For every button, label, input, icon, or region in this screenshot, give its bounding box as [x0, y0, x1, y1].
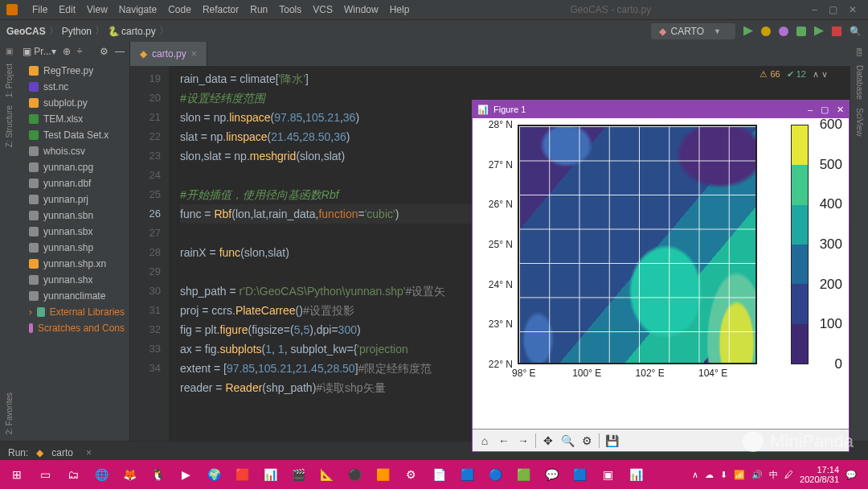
zoom-button[interactable]: 🔍	[559, 432, 576, 450]
play-icon[interactable]: ▶	[174, 463, 198, 486]
run-config-selector[interactable]: ◆ CARTO ▼	[651, 23, 736, 39]
file-yunnan.shp[interactable]: yunnan.shp	[18, 240, 129, 256]
file-yunnan.sbn[interactable]: yunnan.sbn	[18, 208, 129, 224]
tab-carto[interactable]: ◆ carto.py ×	[130, 42, 207, 66]
app-icon[interactable]: 🟧	[371, 463, 395, 486]
file-yunnanclimate[interactable]: yunnanclimate	[18, 288, 129, 304]
line-number[interactable]: 20	[130, 88, 161, 108]
cloud-icon[interactable]: ☁	[705, 470, 714, 480]
file-menu[interactable]: File	[32, 4, 47, 15]
app-icon[interactable]: 🟩	[511, 463, 535, 486]
file-yunnan.shp.xn[interactable]: yunnan.shp.xn	[18, 256, 129, 272]
hide-icon[interactable]: —	[115, 46, 125, 57]
ime-icon[interactable]: 中	[769, 469, 778, 481]
volume-icon[interactable]: 🔊	[751, 470, 763, 480]
navigate-menu[interactable]: Navigate	[119, 4, 157, 15]
line-number[interactable]: 32	[130, 320, 161, 339]
search-icon[interactable]: 🔍	[850, 26, 862, 37]
tray-icon[interactable]: ⬇	[720, 470, 727, 480]
edge-icon[interactable]: 🌐	[89, 463, 113, 486]
configure-button[interactable]: ⚙	[578, 432, 596, 450]
tray-icon[interactable]: ∧	[692, 470, 698, 480]
gutter[interactable]: 19202122232425262728293031323334	[130, 66, 169, 441]
code-menu[interactable]: Code	[168, 4, 191, 15]
line-number[interactable]: 25	[130, 185, 161, 204]
close-button[interactable]: ✕	[837, 105, 844, 115]
taskbar[interactable]: ⊞ ▭ 🗂 🌐 🦊 🐧 ▶ 🌍 🟥 📊 🎬 📐 ⚫ 🟧 ⚙ 📄 🟦 🔵 🟩 💬 …	[0, 460, 868, 489]
line-number[interactable]: 23	[130, 146, 161, 166]
file-RegTree.py[interactable]: RegTree.py	[18, 63, 129, 79]
app-icon[interactable]: 🎬	[286, 463, 310, 486]
refactor-menu[interactable]: Refactor	[203, 4, 239, 15]
file-sst.nc[interactable]: sst.nc	[18, 79, 129, 95]
file-TEM.xlsx[interactable]: TEM.xlsx	[18, 111, 129, 127]
back-button[interactable]: ←	[495, 432, 513, 450]
explorer-icon[interactable]: 🗂	[61, 463, 85, 486]
tree-external-libraries[interactable]: › External Libraries	[18, 304, 129, 320]
firefox-icon[interactable]: 🦊	[117, 463, 141, 486]
app-icon[interactable]: 📊	[258, 463, 282, 486]
minimize-button[interactable]: –	[808, 105, 813, 115]
collapse-icon[interactable]: ⊕	[63, 46, 71, 57]
line-number[interactable]: 26	[130, 204, 161, 224]
gear-icon[interactable]: ⚙	[100, 46, 108, 57]
help-menu[interactable]: Help	[390, 4, 410, 15]
app-icon[interactable]: 🟦	[455, 463, 479, 486]
tree-scratches-and-cons[interactable]: Scratches and Cons	[18, 320, 129, 336]
home-button[interactable]: ⌂	[476, 432, 493, 450]
forward-button[interactable]: →	[514, 432, 532, 450]
file-whois.csv[interactable]: whois.csv	[18, 143, 129, 159]
run-menu[interactable]: Run	[250, 4, 268, 15]
file-yunnan.prj[interactable]: yunnan.prj	[18, 191, 129, 208]
system-tray[interactable]: ∧ ☁ ⬇ 📶 🔊 中 🖊 17:14 2020/8/31 💬	[692, 465, 863, 484]
line-number[interactable]: 29	[130, 262, 161, 281]
figure-titlebar[interactable]: 📊Figure 1 – ▢ ✕	[473, 101, 849, 118]
close-button[interactable]: ✕	[849, 4, 857, 15]
attach-button[interactable]	[814, 27, 824, 36]
stop-button[interactable]	[832, 27, 841, 36]
matlab-icon[interactable]: 📐	[314, 463, 338, 486]
line-number[interactable]: 33	[130, 339, 161, 359]
chrome-icon[interactable]: 🔵	[483, 463, 507, 486]
sciview-tool[interactable]: SciView	[855, 108, 864, 136]
line-number[interactable]: 31	[130, 301, 161, 320]
debug-button[interactable]	[761, 27, 771, 36]
line-number[interactable]: 24	[130, 166, 161, 185]
coverage-button[interactable]	[779, 27, 788, 36]
breadcrumb-root[interactable]: GeoCAS	[6, 26, 46, 37]
line-number[interactable]: 27	[130, 224, 161, 243]
pycharm-icon[interactable]: ▣	[596, 463, 620, 486]
pan-button[interactable]: ✥	[539, 432, 557, 450]
line-number[interactable]: 21	[130, 108, 161, 127]
run-button[interactable]	[743, 27, 753, 36]
earth-icon[interactable]: 🌍	[202, 463, 226, 486]
notifications-icon[interactable]: 💬	[845, 470, 857, 480]
save-button[interactable]: 💾	[603, 432, 620, 450]
latex-icon[interactable]: 📄	[427, 463, 451, 486]
app-icon[interactable]: ⚙	[399, 463, 423, 486]
profile-button[interactable]	[796, 27, 806, 36]
app-icon[interactable]: 🟦	[567, 463, 592, 486]
breadcrumb-folder[interactable]: Python	[62, 26, 92, 37]
app-icon[interactable]: ⚫	[342, 463, 366, 486]
file-yunnan.cpg[interactable]: yunnan.cpg	[18, 159, 129, 175]
close-icon[interactable]: ×	[86, 447, 92, 458]
start-button[interactable]: ⊞	[5, 463, 29, 486]
close-icon[interactable]: ×	[191, 48, 197, 60]
scroll-icon[interactable]: ÷	[77, 46, 83, 57]
taskview-button[interactable]: ▭	[33, 463, 57, 486]
window-menu[interactable]: Window	[344, 4, 379, 15]
inspections[interactable]: ⚠ 66 ✔ 12 ∧ ∨	[760, 69, 828, 80]
ime-icon[interactable]: 🖊	[784, 470, 793, 479]
line-number[interactable]: 28	[130, 243, 161, 262]
project-tool-icon[interactable]: ▣	[6, 47, 13, 55]
view-menu[interactable]: View	[87, 4, 108, 15]
breadcrumb-file[interactable]: carto.py	[121, 26, 156, 37]
wechat-icon[interactable]: 💬	[539, 463, 563, 486]
db-icon[interactable]: 🗄	[855, 48, 863, 57]
database-tool[interactable]: Database	[855, 65, 864, 100]
file-yunnan.sbx[interactable]: yunnan.sbx	[18, 224, 129, 240]
line-number[interactable]: 22	[130, 127, 161, 146]
line-number[interactable]: 30	[130, 281, 161, 301]
edit-menu[interactable]: Edit	[59, 4, 76, 15]
